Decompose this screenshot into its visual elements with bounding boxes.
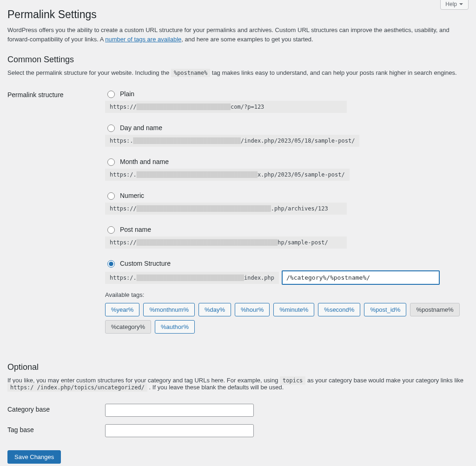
- option-custom: Custom Structure https:/.███████████████…: [105, 259, 469, 334]
- optional-desc-3: . If you leave these blank the defaults …: [149, 384, 284, 391]
- postname-tag-code: %postname%: [171, 69, 210, 77]
- common-desc-1: Select the permalink structure for your …: [7, 69, 171, 76]
- radio-dayname[interactable]: [107, 125, 115, 132]
- tag-second[interactable]: %second%: [318, 303, 360, 316]
- structure-label: Permalink structure: [7, 85, 105, 337]
- option-postname: Post name https://██████████████████████…: [105, 225, 469, 249]
- label-plain: Plain: [120, 90, 134, 98]
- option-monthname: Month and name https:/.█████████████████…: [105, 157, 469, 181]
- label-monthname: Month and name: [120, 158, 169, 165]
- tag-hour[interactable]: %hour%: [235, 303, 270, 316]
- optional-desc-2: as your category base would make your ca…: [307, 377, 463, 384]
- example-monthname: https:/.████████████████████████████████…: [105, 169, 350, 181]
- save-changes-button[interactable]: Save Changes: [7, 450, 61, 464]
- option-numeric: Numeric https://████████████████████████…: [105, 191, 469, 215]
- radio-numeric[interactable]: [107, 192, 115, 200]
- tags-available-link[interactable]: number of tags are available: [105, 36, 181, 43]
- common-settings-desc: Select the permalink structure for your …: [7, 69, 469, 76]
- category-base-input[interactable]: [105, 404, 254, 417]
- custom-structure-input[interactable]: [282, 270, 440, 285]
- radio-postname[interactable]: [107, 226, 115, 234]
- category-base-label: Category base: [7, 400, 105, 420]
- tag-monthnum[interactable]: %monthnum%: [143, 303, 195, 316]
- tag-postname[interactable]: %postname%: [410, 303, 459, 316]
- label-dayname: Day and name: [120, 124, 162, 131]
- tag-author[interactable]: %author%: [155, 320, 195, 334]
- radio-monthname[interactable]: [107, 158, 115, 166]
- label-numeric: Numeric: [120, 192, 144, 199]
- tag-year[interactable]: %year%: [105, 303, 139, 316]
- tag-category[interactable]: %category%: [105, 320, 151, 334]
- optional-form-table: Category base Tag base: [7, 400, 469, 441]
- example-plain: https://████████████████████████████com/…: [105, 101, 347, 113]
- tag-day[interactable]: %day%: [198, 303, 231, 316]
- option-plain: Plain https://██████████████████████████…: [105, 89, 469, 113]
- tag-minute[interactable]: %minute%: [273, 303, 314, 316]
- page-title: Permalink Settings: [7, 8, 469, 21]
- label-postname: Post name: [120, 226, 151, 233]
- intro-paragraph: WordPress offers you the ability to crea…: [7, 26, 463, 44]
- common-desc-2: tag makes links easy to understand, and …: [212, 69, 457, 76]
- permalink-form-table: Permalink structure Plain https://██████…: [7, 85, 469, 337]
- optional-desc: If you like, you may enter custom struct…: [7, 377, 469, 391]
- example-postname: https://████████████████████████████████…: [105, 236, 347, 249]
- optional-code-url: https:/ /index.php/topics/uncategorized/: [7, 383, 147, 392]
- optional-heading: Optional: [7, 362, 469, 372]
- example-numeric: https://████████████████████████████████…: [105, 203, 347, 215]
- tag-base-input[interactable]: [105, 424, 254, 437]
- intro-text-2: , and here are some examples to get you …: [181, 36, 313, 43]
- option-dayname: Day and name https:.████████████████████…: [105, 123, 469, 147]
- tag-base-label: Tag base: [7, 420, 105, 441]
- radio-custom[interactable]: [107, 260, 115, 268]
- tag-post-id[interactable]: %post_id%: [364, 303, 406, 316]
- available-tags-row: %year% %monthnum% %day% %hour% %minute% …: [105, 303, 463, 334]
- label-custom: Custom Structure: [120, 260, 171, 267]
- example-dayname: https:.████████████████████████████████/…: [105, 135, 359, 147]
- radio-plain[interactable]: [107, 91, 115, 98]
- custom-prefix: https:/.████████████████████████████████…: [105, 272, 279, 284]
- available-tags-label: Available tags:: [105, 291, 469, 298]
- help-tab[interactable]: Help: [440, 0, 469, 10]
- optional-desc-1: If you like, you may enter custom struct…: [7, 377, 280, 384]
- chevron-down-icon: [459, 2, 463, 7]
- common-settings-heading: Common Settings: [7, 55, 469, 65]
- help-label: Help: [445, 1, 457, 7]
